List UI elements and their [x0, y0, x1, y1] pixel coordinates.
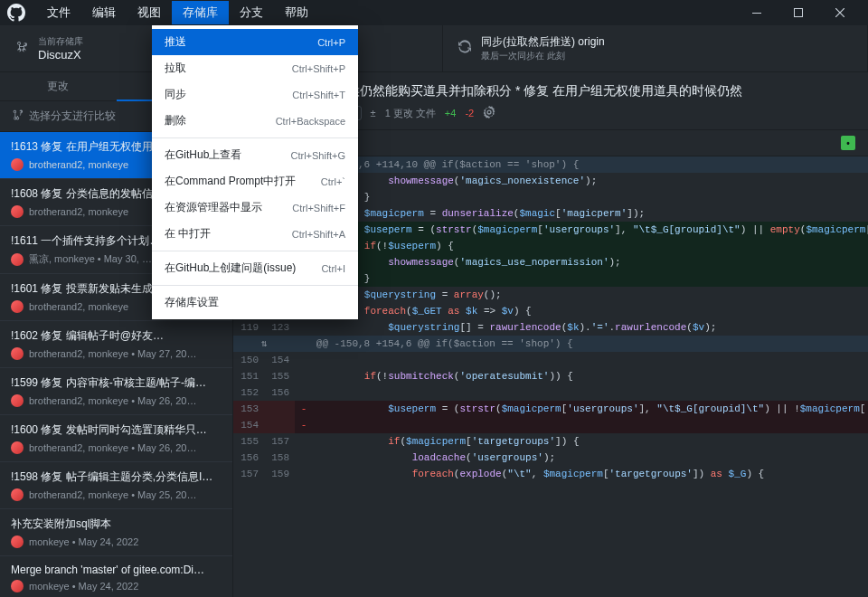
menu-separator — [152, 285, 358, 286]
changed-files: 1 更改 文件 — [385, 107, 436, 120]
menu-item[interactable]: 在GitHub上创建问题(issue)Ctrl+I — [152, 255, 358, 281]
menubar: 文件编辑视图存储库分支帮助 — [36, 1, 319, 24]
sync-subtitle: 最后一次同步在 此刻 — [481, 50, 605, 62]
menu-item[interactable]: 分支 — [229, 1, 274, 24]
menu-item[interactable]: 推送Ctrl+P — [152, 29, 358, 55]
menu-item[interactable]: 帮助 — [274, 1, 319, 24]
commit-item[interactable]: !1602 修复 编辑帖子时@好友…brotherand2, monkeye •… — [0, 321, 232, 368]
commit-item[interactable]: Merge branch 'master' of gitee.com:Di…mo… — [0, 556, 232, 597]
menu-item[interactable]: 在 中打开Ctrl+Shift+A — [152, 221, 358, 247]
diff-line: 151155 if(!submitcheck('operatesubmit'))… — [233, 368, 868, 384]
plus-icon: ± — [371, 108, 376, 118]
diff-line: 157159 foreach(explode("\t", $magicperm[… — [233, 466, 868, 482]
diff-line: 152156 — [233, 384, 868, 401]
diff-line: 153- $useperm = (strstr($magicperm['user… — [233, 401, 868, 417]
deletions-count: -2 — [465, 108, 474, 118]
menu-item[interactable]: 视图 — [127, 1, 172, 24]
toolbar: 当前存储库 DiscuzX 同步(拉取然后推送) origin 最后一次同步在 … — [0, 25, 868, 72]
close-button[interactable] — [819, 0, 861, 25]
diff-line: 150154 — [233, 352, 868, 368]
repository-menu-dropdown: 推送Ctrl+P拉取Ctrl+Shift+P同步Ctrl+Shift+T删除Ct… — [152, 25, 358, 319]
branch-compare-label: 选择分支进行比较 — [29, 109, 116, 124]
menu-item[interactable]: 同步Ctrl+Shift+T — [152, 81, 358, 108]
tab-changes[interactable]: 更改 — [0, 72, 117, 101]
diff-line: 119123 $querystring[] = rawurlencode($k)… — [233, 319, 868, 336]
diff-line: 154- — [233, 417, 868, 433]
diff-line: 156158 loadcache('usergroups'); — [233, 450, 868, 466]
menu-item[interactable]: 存储库设置 — [152, 289, 358, 316]
window-controls — [736, 0, 861, 25]
additions-count: +4 — [445, 108, 457, 118]
menu-item[interactable]: 文件 — [36, 1, 81, 24]
file-status-badge: • — [841, 136, 855, 150]
menu-item[interactable]: 在Command Prompt中打开Ctrl+` — [152, 168, 358, 194]
menu-item[interactable]: 在资源管理器中显示Ctrl+Shift+F — [152, 194, 358, 221]
maximize-button[interactable] — [778, 0, 819, 25]
menu-separator — [152, 251, 358, 251]
menu-item[interactable]: 编辑 — [81, 1, 127, 24]
svg-rect-1 — [795, 9, 803, 17]
diff-line: ⇅ @@ -150,8 +154,6 @@ if($action == 'sho… — [233, 336, 868, 352]
current-repo-label: 当前存储库 — [38, 35, 83, 48]
svg-rect-0 — [752, 13, 761, 14]
expand-hunk-button[interactable]: ⇅ — [233, 336, 295, 352]
github-logo-icon — [7, 4, 25, 22]
commit-item[interactable]: !1598 修复 帖子编辑主题分类,分类信息I…brotherand2, mon… — [0, 462, 232, 509]
menu-item[interactable]: 拉取Ctrl+Shift+P — [152, 55, 358, 81]
branch-icon — [11, 109, 24, 124]
titlebar: 文件编辑视图存储库分支帮助 — [0, 0, 868, 25]
minimize-button[interactable] — [736, 0, 778, 25]
commit-item[interactable]: !1599 修复 内容审核-审核主题/帖子-编…brotherand2, mon… — [0, 368, 232, 415]
sync-button[interactable]: 同步(拉取然后推送) origin 最后一次同步在 此刻 — [443, 25, 868, 71]
commit-item[interactable]: 补充安装附加sql脚本monkeye • May 24, 2022 — [0, 509, 232, 556]
commit-item[interactable]: !1600 修复 发帖时同时勾选置顶精华只…brotherand2, monke… — [0, 415, 232, 462]
menu-separator — [152, 137, 358, 138]
diff-line: 155157 if($magicperm['targetgroups']) { — [233, 433, 868, 450]
menu-item[interactable]: 在GitHub上查看Ctrl+Shift+G — [152, 142, 358, 168]
gear-icon[interactable] — [483, 106, 495, 120]
repo-icon — [14, 40, 29, 57]
menu-item[interactable]: 删除Ctrl+Backspace — [152, 108, 358, 134]
menu-item[interactable]: 存储库 — [172, 1, 229, 24]
sync-icon — [458, 40, 472, 57]
sync-title: 同步(拉取然后推送) origin — [481, 34, 605, 50]
current-repo-value: DiscuzX — [38, 48, 83, 62]
